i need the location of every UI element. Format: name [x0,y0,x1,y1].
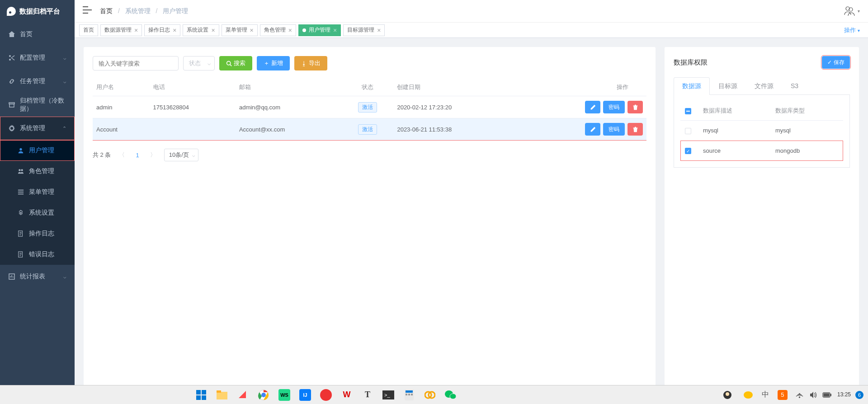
sidebar-item-home[interactable]: 首页 [0,23,75,46]
page-size-select[interactable]: 10条/页 [164,149,198,161]
close-icon[interactable]: × [211,27,215,34]
trash-icon [632,127,638,132]
home-icon [8,31,15,38]
sidebar-item-oplog[interactable]: 操作日志 [0,223,75,244]
add-button[interactable]: ＋新增 [257,56,290,70]
sidebar-item-config[interactable]: 配置管理 ⌵ [0,46,75,70]
edit-button[interactable] [585,101,600,113]
taskbar-app-icon[interactable]: T [358,386,377,404]
table-row[interactable]: Account Account@xx.com 激活 2023-06-21 11:… [93,118,646,141]
taskbar-explorer-icon[interactable] [212,386,231,404]
breadcrumb-home[interactable]: 首页 [100,7,113,14]
svg-rect-12 [83,6,88,7]
chevron-up-icon: ⌃ [62,126,66,132]
edit-button[interactable] [585,123,600,136]
close-icon[interactable]: × [173,27,176,34]
sidebar-item-label: 归档管理（冷数据） [20,97,66,113]
taskbar-calc-icon[interactable] [400,386,419,404]
row-checkbox[interactable]: ✓ [685,148,691,154]
password-button[interactable]: 密码 [603,101,625,113]
tab-datasource[interactable]: 数据源 [674,77,710,95]
breadcrumb-l2: 用户管理 [163,7,188,14]
link-icon [8,78,15,85]
chevron-down-icon: ⌵ [63,79,66,85]
sidebar-item-archive[interactable]: 归档管理（冷数据） [0,93,75,117]
svg-point-17 [227,61,231,65]
taskbar-chrome-icon[interactable] [254,386,273,404]
search-input[interactable] [93,56,179,70]
status-select[interactable]: 状态 [183,56,215,70]
table-row[interactable]: ✓ source mongodb [680,141,843,161]
taskbar-app-icon[interactable] [739,386,758,404]
cell-phone [150,118,236,141]
tab-users[interactable]: 用户管理× [298,24,341,36]
close-icon[interactable]: × [377,27,381,34]
taskbar-app-icon[interactable] [420,386,439,404]
user-menu[interactable]: ▾ [843,5,860,18]
sidebar-item-errlog[interactable]: 错误日志 [0,244,75,265]
tab-target[interactable]: 目标源 [710,77,746,95]
taskbar-volume-icon[interactable] [807,386,819,404]
taskbar-notification-badge[interactable]: 6 [855,391,863,399]
sidebar-item-system[interactable]: 系统管理 ⌃ [0,117,75,140]
breadcrumb-sep: / [156,7,158,14]
tab-s3[interactable]: S3 [782,77,807,95]
svg-rect-22 [217,392,227,399]
taskbar-app-icon[interactable] [233,386,252,404]
close-icon[interactable]: × [333,27,337,34]
tab-roles[interactable]: 角色管理× [260,24,296,36]
row-checkbox[interactable] [685,128,691,134]
taskbar-app-icon[interactable] [718,386,737,404]
sidebar-item-task[interactable]: 任务管理 ⌵ [0,70,75,93]
tab-datasource[interactable]: 数据源管理× [100,24,142,36]
page-prev[interactable]: 〈 [116,151,127,159]
tab-oplog[interactable]: 操作日志× [144,24,180,36]
taskbar-terminal-icon[interactable]: >_ [379,386,398,404]
close-icon[interactable]: × [134,27,138,34]
select-all-checkbox[interactable] [685,108,691,114]
page-number[interactable]: 1 [133,152,142,159]
close-icon[interactable]: × [250,27,254,34]
close-icon[interactable]: × [288,27,292,34]
tab-file[interactable]: 文件源 [746,77,782,95]
taskbar-app-icon[interactable]: W [337,386,356,404]
taskbar-wechat-icon[interactable] [441,386,460,404]
perm-table: 数据库描述 数据库类型 mysql mysql ✓ [680,101,843,161]
search-button[interactable]: 搜索 [219,56,252,70]
taskbar-windows-icon[interactable] [192,386,211,404]
cell-desc: source [698,141,771,161]
col-ops: 操作 [517,79,646,96]
sidebar-item-label: 错误日志 [29,250,54,258]
tab-target[interactable]: 目标源管理× [343,24,385,36]
taskbar-tray-icon[interactable] [794,386,806,404]
delete-button[interactable] [627,101,643,113]
sidebar-item-users[interactable]: 用户管理 [0,140,75,161]
save-button[interactable]: ✓ 保存 [822,56,850,69]
taskbar-app-icon[interactable]: 5 [773,386,792,404]
hamburger-icon[interactable] [83,6,92,16]
password-button[interactable]: 密码 [603,123,625,136]
scissors-icon [8,54,15,61]
taskbar-app-icon[interactable] [316,386,335,404]
svg-rect-20 [196,395,201,400]
table-row[interactable]: admin 17513628804 admin@qq.com 激活 2020-0… [93,96,646,118]
page-next[interactable]: 〉 [147,151,159,159]
export-button[interactable]: ⭳导出 [294,56,327,70]
edit-icon [590,127,596,132]
sidebar-item-menus[interactable]: 菜单管理 [0,182,75,202]
taskbar-ime-icon[interactable]: 中 [760,386,771,404]
tab-home[interactable]: 首页 [79,24,98,36]
tab-settings[interactable]: 系统设置× [183,24,219,36]
sidebar-item-stats[interactable]: 统计报表 ⌵ [0,265,75,288]
sidebar-item-roles[interactable]: 角色管理 [0,161,75,182]
sidebar-item-settings[interactable]: 系统设置 [0,202,75,223]
svg-point-8 [20,212,22,214]
tabs-ops-menu[interactable]: 操作 ▾ [840,26,863,34]
taskbar-clock[interactable]: 13:25 [835,392,854,398]
table-row[interactable]: mysql mysql [680,121,843,141]
taskbar-battery-icon[interactable] [821,386,833,404]
taskbar-app-icon[interactable]: WS [275,386,294,404]
tab-menus[interactable]: 菜单管理× [222,24,258,36]
delete-button[interactable] [627,123,643,136]
taskbar-app-icon[interactable]: IJ [296,386,315,404]
